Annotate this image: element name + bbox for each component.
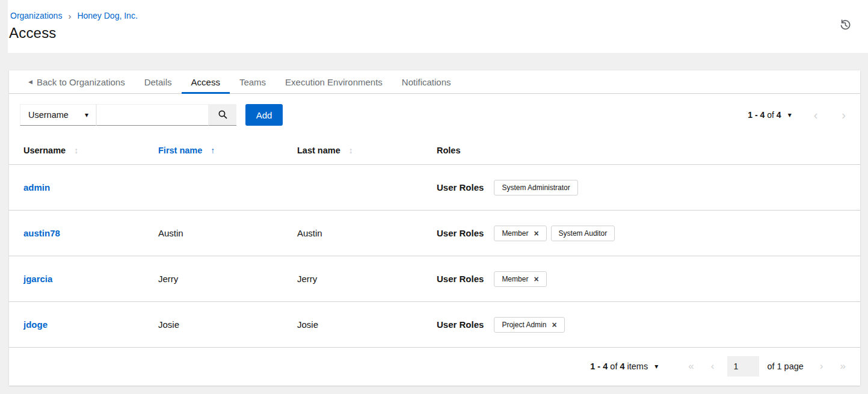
sort-ascending-icon[interactable]: ↑	[211, 146, 215, 155]
role-chip: Project Admin ×	[494, 317, 564, 333]
search-button[interactable]	[209, 104, 236, 126]
column-header-first-name[interactable]: First name ↑	[158, 146, 297, 155]
roles-cell: User Roles System Administrator	[437, 180, 846, 195]
page-title: Access	[9, 25, 854, 42]
sort-icon[interactable]: ↕	[74, 146, 78, 155]
tab-execution-environments[interactable]: Execution Environments	[275, 70, 392, 93]
search-icon	[218, 109, 228, 120]
last-name-cell: Austin	[297, 228, 437, 238]
next-page-button[interactable]: ›	[820, 360, 823, 372]
pagination-bottom-total: 4	[620, 362, 624, 371]
user-roles-label: User Roles	[437, 274, 484, 284]
role-chip-group: Project Admin ×	[494, 317, 564, 333]
table-header-row: Username ↕ First name ↑ Last name ↕ Role…	[9, 136, 860, 165]
user-roles-label: User Roles	[437, 319, 484, 330]
first-name-cell: Jerry	[158, 274, 297, 284]
role-chip: Member ×	[494, 226, 546, 241]
pagination-top-total: 4	[777, 110, 781, 120]
page-header: Organizations › Honey Dog, Inc. Access	[8, 0, 868, 53]
column-header-last-name[interactable]: Last name ↕	[297, 146, 437, 155]
user-roles-label: User Roles	[437, 182, 484, 192]
role-chip: System Auditor	[551, 226, 615, 241]
add-button[interactable]: Add	[245, 104, 283, 126]
caret-down-icon: ▾	[85, 111, 88, 119]
tab-bar: ◀ Back to Organizations Details Access T…	[9, 70, 860, 94]
role-chip-group: System Administrator	[494, 180, 577, 195]
toolbar: Username ▾ Add 1 - 4 of 4 ▾ ‹ ›	[9, 94, 860, 136]
column-header-last-name-label: Last name	[297, 146, 340, 155]
first-name-cell: Josie	[158, 319, 297, 330]
pagination-bottom-nav: « ‹ of 1 page › »	[688, 356, 846, 377]
table-row: admin User Roles System Administrator	[9, 165, 860, 211]
user-roles-label: User Roles	[437, 228, 484, 238]
breadcrumb-link-organization-name[interactable]: Honey Dog, Inc.	[77, 11, 137, 20]
pagination-top: 1 - 4 of 4 ▾ ‹ ›	[748, 104, 846, 126]
pagination-top-next-button[interactable]: ›	[842, 109, 846, 121]
column-header-roles-label: Roles	[437, 146, 461, 155]
tab-notifications[interactable]: Notifications	[392, 70, 461, 93]
role-chip-group: Member ×	[494, 271, 546, 287]
pagination-bottom: 1 - 4 of 4 items ▾ « ‹ of 1 page › »	[9, 348, 860, 385]
pagination-top-of: of	[767, 110, 774, 120]
filter-key-selected-label: Username	[28, 110, 69, 120]
chip-close-icon[interactable]: ×	[552, 321, 556, 329]
column-header-roles: Roles	[437, 146, 846, 155]
current-page-input[interactable]	[727, 356, 759, 377]
last-name-cell: Josie	[297, 319, 437, 330]
table-row: jdoge Josie Josie User Roles Project Adm…	[9, 302, 860, 348]
pagination-bottom-of: of	[610, 362, 617, 371]
pagination-bottom-range: 1 - 4	[590, 362, 608, 371]
pagination-top-range: 1 - 4	[748, 110, 765, 120]
breadcrumb-link-organizations[interactable]: Organizations	[10, 11, 62, 20]
table-row: jgarcia Jerry Jerry User Roles Member ×	[9, 256, 860, 302]
tab-back-label: Back to Organizations	[37, 77, 125, 87]
roles-cell: User Roles Member × System Auditor	[437, 226, 846, 241]
breadcrumb: Organizations › Honey Dog, Inc.	[10, 11, 854, 20]
chip-close-icon[interactable]: ×	[534, 275, 538, 283]
roles-cell: User Roles Member ×	[437, 271, 846, 287]
pagination-bottom-summary: 1 - 4 of 4 items	[590, 362, 648, 371]
role-chip-label: System Auditor	[559, 229, 608, 238]
pagination-top-prev-button[interactable]: ‹	[814, 109, 818, 121]
tab-details[interactable]: Details	[135, 70, 182, 93]
pagination-top-summary: 1 - 4 of 4	[748, 110, 781, 120]
role-chip-label: Member	[502, 229, 528, 238]
last-name-cell: Jerry	[297, 274, 437, 284]
username-link-jgarcia[interactable]: jgarcia	[23, 274, 52, 284]
filter-key-select[interactable]: Username ▾	[20, 104, 96, 126]
username-link-admin[interactable]: admin	[23, 182, 50, 192]
last-page-button[interactable]: »	[840, 360, 846, 372]
pagination-bottom-caret-down-icon[interactable]: ▾	[654, 363, 658, 370]
sort-icon[interactable]: ↕	[349, 146, 353, 155]
search-input[interactable]	[96, 104, 209, 126]
table-row: austin78 Austin Austin User Roles Member…	[9, 211, 860, 256]
column-header-first-name-label: First name	[158, 146, 202, 155]
column-header-username[interactable]: Username ↕	[23, 146, 158, 155]
first-page-button[interactable]: «	[688, 360, 694, 372]
column-header-username-label: Username	[23, 146, 66, 155]
tab-access[interactable]: Access	[182, 70, 230, 93]
pagination-top-caret-down-icon[interactable]: ▾	[788, 111, 792, 119]
role-chip: System Administrator	[494, 180, 577, 195]
first-name-cell: Austin	[158, 228, 297, 238]
roles-cell: User Roles Project Admin ×	[437, 317, 846, 333]
role-chip-label: Member	[502, 275, 528, 283]
tab-back-to-organizations[interactable]: ◀ Back to Organizations	[19, 70, 135, 93]
tab-teams[interactable]: Teams	[230, 70, 275, 93]
page-count-label: of 1 page	[767, 362, 803, 371]
back-arrow-icon: ◀	[28, 79, 32, 85]
role-chip-label: System Administrator	[502, 183, 570, 192]
breadcrumb-separator-icon: ›	[68, 11, 71, 20]
activity-stream-history-icon[interactable]	[838, 17, 852, 32]
pagination-bottom-items-word: items	[627, 362, 648, 371]
role-chip: Member ×	[494, 271, 546, 287]
chip-close-icon[interactable]: ×	[534, 229, 538, 238]
previous-page-button[interactable]: ‹	[711, 360, 715, 372]
role-chip-label: Project Admin	[502, 321, 546, 329]
username-link-austin78[interactable]: austin78	[23, 228, 60, 238]
role-chip-group: Member × System Auditor	[494, 226, 615, 241]
content-card: ◀ Back to Organizations Details Access T…	[9, 70, 860, 386]
username-link-jdoge[interactable]: jdoge	[23, 319, 48, 330]
